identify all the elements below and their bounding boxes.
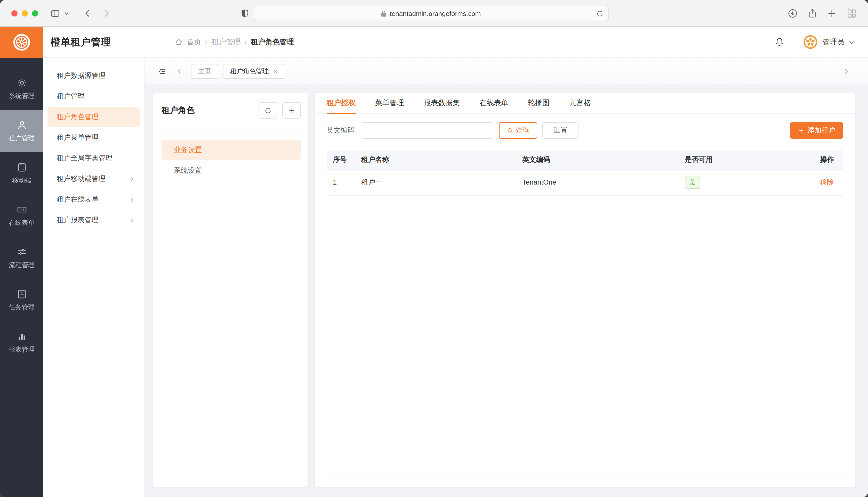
col-seq: 序号 bbox=[327, 151, 355, 169]
rail-item-system-mgmt[interactable]: 系统管理 bbox=[0, 68, 43, 110]
sidebar-item-tenant-role-mgmt[interactable]: 租户角色管理 bbox=[47, 107, 140, 127]
zoom-window-button[interactable] bbox=[32, 10, 38, 16]
rail-item-mobile[interactable]: 移动端 bbox=[0, 152, 43, 194]
user-avatar[interactable] bbox=[803, 35, 817, 49]
rail-item-online-form[interactable]: 在线表单 bbox=[0, 194, 43, 237]
user-icon bbox=[16, 119, 27, 130]
close-tab-icon[interactable] bbox=[273, 68, 278, 74]
chevron-right-icon bbox=[129, 197, 135, 202]
refresh-button[interactable] bbox=[259, 102, 277, 118]
search-button[interactable]: 查询 bbox=[499, 122, 537, 139]
close-window-button[interactable] bbox=[11, 10, 17, 16]
page-tab-home[interactable]: 主页 bbox=[191, 64, 218, 79]
cell-english-code: TenantOne bbox=[516, 169, 679, 195]
page-title: 橙单租户管理 bbox=[51, 35, 111, 49]
rail-item-label: 移动端 bbox=[12, 176, 31, 185]
task-doc-icon bbox=[16, 288, 27, 299]
browser-toolbar: tenantadmin.orangeforms.com bbox=[0, 0, 868, 27]
rail-item-report-mgmt[interactable]: 报表管理 bbox=[0, 321, 43, 364]
role-item-system-settings[interactable]: 系统设置 bbox=[162, 160, 301, 181]
remove-link[interactable]: 移除 bbox=[820, 178, 834, 186]
collapse-sidebar-icon[interactable] bbox=[158, 67, 167, 75]
filter-field-label: 英文编码 bbox=[327, 126, 355, 135]
page-tab-tenant-role-mgmt[interactable]: 租户角色管理 bbox=[223, 64, 285, 79]
sidebar-item-tenant-datasource[interactable]: 租户数据源管理 bbox=[47, 66, 140, 86]
breadcrumb-home[interactable]: 首页 bbox=[187, 38, 201, 47]
english-code-input[interactable] bbox=[361, 122, 492, 139]
gear-icon bbox=[16, 77, 27, 88]
reload-icon[interactable] bbox=[596, 10, 604, 17]
bar-chart-icon bbox=[16, 331, 27, 342]
sidebar-item-tenant-report-mgmt[interactable]: 租户报表管理 bbox=[47, 210, 140, 230]
rail-item-tenant-mgmt[interactable]: 租户管理 bbox=[0, 110, 43, 152]
downloads-button[interactable] bbox=[787, 8, 798, 18]
url-text: tenantadmin.orangeforms.com bbox=[390, 10, 481, 17]
user-name[interactable]: 管理员 bbox=[823, 38, 844, 47]
rail-item-label: 报表管理 bbox=[9, 345, 35, 354]
rail-item-label: 流程管理 bbox=[9, 260, 35, 269]
user-menu-chevron-down-icon[interactable] bbox=[849, 39, 855, 45]
breadcrumb: 首页 / 租户管理 / 租户角色管理 bbox=[175, 38, 294, 47]
mobile-icon bbox=[16, 162, 27, 172]
tenant-role-panel: 租户角色 业务设置 系统设置 bbox=[153, 93, 307, 487]
sidebar-dropdown-chevron-icon[interactable] bbox=[64, 11, 69, 16]
minimize-window-button[interactable] bbox=[22, 10, 28, 16]
tab-overview-button[interactable] bbox=[846, 8, 857, 18]
chevron-right-icon bbox=[129, 176, 135, 182]
sliders-icon bbox=[16, 246, 27, 257]
rail-item-label: 系统管理 bbox=[9, 91, 35, 100]
cell-available: 是 bbox=[679, 169, 814, 195]
tab-menu-mgmt[interactable]: 菜单管理 bbox=[375, 93, 404, 113]
table-row: 1 租户一 TenantOne 是 移除 bbox=[327, 169, 843, 195]
rail-item-label: 在线表单 bbox=[9, 218, 35, 227]
filter-toolbar: 英文编码 查询 重置 添加租户 bbox=[327, 122, 843, 139]
breadcrumb-tenant-mgmt[interactable]: 租户管理 bbox=[211, 38, 240, 47]
sidebar-item-tenant-online-form[interactable]: 租户在线表单 bbox=[47, 189, 140, 210]
sidebar-item-tenant-mgmt[interactable]: 租户管理 bbox=[47, 86, 140, 107]
tabs-scroll-right-icon[interactable] bbox=[843, 68, 850, 74]
tab-tenant-authorization[interactable]: 租户授权 bbox=[327, 93, 356, 113]
rail-item-label: 租户管理 bbox=[9, 134, 35, 143]
breadcrumb-current: 租户角色管理 bbox=[251, 38, 294, 47]
lock-icon bbox=[381, 10, 387, 17]
share-button[interactable] bbox=[807, 8, 817, 18]
tab-carousel[interactable]: 轮播图 bbox=[528, 93, 550, 113]
sidebar-item-tenant-mobile-mgmt[interactable]: 租户移动端管理 bbox=[47, 169, 140, 189]
main-area: 主页 租户角色管理 租户角色 bbox=[144, 58, 868, 497]
search-icon bbox=[507, 127, 513, 134]
tabs-scroll-left-icon[interactable] bbox=[176, 68, 183, 74]
tab-online-form[interactable]: 在线表单 bbox=[479, 93, 508, 113]
reset-button[interactable]: 重置 bbox=[542, 122, 578, 139]
back-button[interactable] bbox=[83, 8, 93, 18]
col-available: 是否可用 bbox=[679, 151, 814, 169]
role-detail-panel: 租户授权 菜单管理 报表数据集 在线表单 轮播图 九宫格 英文编码 查询 bbox=[315, 93, 855, 487]
notification-bell-icon[interactable] bbox=[775, 37, 784, 47]
add-tenant-button[interactable]: 添加租户 bbox=[790, 122, 843, 139]
home-icon bbox=[175, 38, 183, 46]
rail-item-workflow-mgmt[interactable]: 流程管理 bbox=[0, 237, 43, 279]
col-action: 操作 bbox=[814, 151, 843, 169]
add-role-button[interactable] bbox=[282, 102, 301, 118]
rail-item-task-mgmt[interactable]: 任务管理 bbox=[0, 279, 43, 321]
browser-window: tenantadmin.orangeforms.com bbox=[0, 0, 868, 497]
plus-icon bbox=[798, 127, 804, 134]
forward-button[interactable] bbox=[101, 8, 111, 18]
tenant-table: 序号 租户名称 英文编码 是否可用 操作 1 租户一 TenantOne bbox=[327, 151, 843, 196]
sidebar-item-tenant-menu-mgmt[interactable]: 租户菜单管理 bbox=[47, 127, 140, 148]
sidebar-toggle-icon[interactable] bbox=[50, 8, 60, 18]
address-bar[interactable]: tenantadmin.orangeforms.com bbox=[253, 6, 609, 21]
chevron-right-icon bbox=[129, 217, 135, 223]
new-tab-button[interactable] bbox=[827, 8, 837, 18]
detail-tabs: 租户授权 菜单管理 报表数据集 在线表单 轮播图 九宫格 bbox=[315, 93, 855, 114]
tab-nine-grid[interactable]: 九宫格 bbox=[569, 93, 591, 113]
app-logo bbox=[0, 27, 43, 58]
privacy-shield-icon[interactable] bbox=[240, 9, 249, 18]
role-item-business-settings[interactable]: 业务设置 bbox=[162, 140, 301, 160]
tab-report-dataset[interactable]: 报表数据集 bbox=[424, 93, 460, 113]
cell-action: 移除 bbox=[814, 169, 843, 195]
cell-tenant-name: 租户一 bbox=[355, 169, 516, 195]
sidebar-item-tenant-dict-mgmt[interactable]: 租户全局字典管理 bbox=[47, 148, 140, 169]
orange-wheel-logo-icon bbox=[11, 32, 32, 53]
rail-item-label: 任务管理 bbox=[9, 303, 35, 312]
panel-title: 租户角色 bbox=[162, 105, 195, 116]
